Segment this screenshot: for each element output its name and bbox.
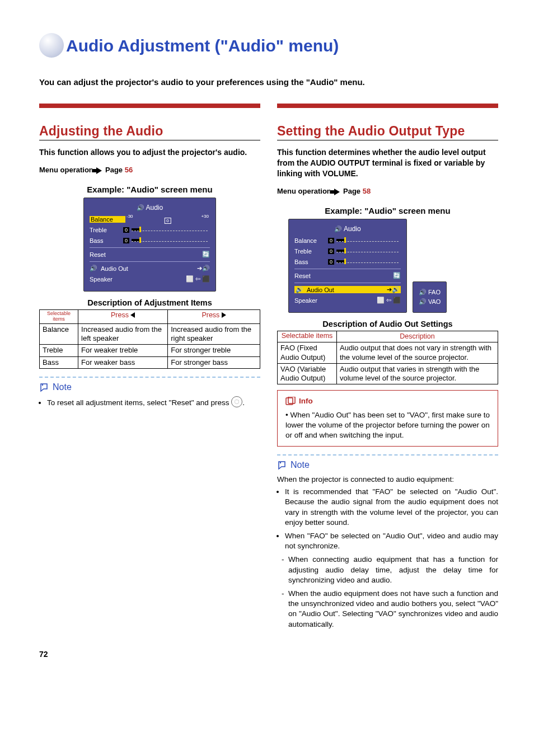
th-selectable: Selectable items bbox=[40, 309, 78, 323]
page-label: Page bbox=[343, 187, 360, 195]
reset-icon: 🔄 bbox=[393, 272, 401, 279]
th-description: Description bbox=[337, 331, 498, 342]
osd-popup: 🔊 FAO 🔊 VAO bbox=[413, 281, 447, 313]
osd-row-audioout: Audio Out bbox=[101, 265, 128, 272]
dashed-separator bbox=[277, 454, 498, 456]
page-link[interactable]: 56 bbox=[125, 166, 133, 174]
th-press-left: Press bbox=[78, 309, 168, 323]
note-subitem: When connecting audio equipment that has… bbox=[288, 555, 498, 585]
speaker-icon bbox=[334, 225, 342, 233]
page-number: 72 bbox=[39, 650, 498, 659]
osd-row-treble: Treble bbox=[294, 248, 328, 255]
arrow-icon: ➔🔊 bbox=[197, 265, 210, 272]
info-item: When "Audio Out" has been set to "VAO", … bbox=[285, 411, 490, 439]
triangle-right-icon bbox=[222, 312, 226, 318]
page-label: Page bbox=[105, 166, 123, 174]
table-row: Treble For weaker treble For stronger tr… bbox=[40, 345, 260, 356]
adjustment-table: Selectable items Press Press Balance Inc… bbox=[39, 309, 260, 369]
osd-row-bass: Bass bbox=[294, 259, 328, 265]
note-icon bbox=[39, 382, 50, 392]
osd-screenshot: Audio Balance-300+30 Treble0 Bass0 Reset… bbox=[83, 198, 216, 292]
page-title: Audio Adjustment ("Audio" menu) bbox=[39, 36, 498, 58]
left-column: Adjusting the Audio This function allows… bbox=[39, 104, 260, 633]
info-box: Info • When "Audio Out" has been set to … bbox=[277, 390, 498, 447]
section-description: This function determines whether the aud… bbox=[277, 147, 498, 179]
osd-row-speaker: Speaker bbox=[90, 276, 123, 283]
toggle-icon: ⬜ ⇦ ⬛ bbox=[377, 297, 401, 304]
audio-out-icon: 🔊 bbox=[296, 286, 303, 293]
example-label: Example: "Audio" screen menu bbox=[277, 206, 498, 215]
osd-row-audioout: Audio Out bbox=[307, 287, 334, 293]
popup-item-icon: 🔊 bbox=[419, 289, 427, 295]
svg-point-3 bbox=[280, 462, 281, 463]
page-title-text: Audio Adjustment ("Audio" menu) bbox=[66, 36, 339, 55]
table-row: VAO (Variable Audio Output) Audio output… bbox=[278, 363, 498, 384]
audio-out-icon: 🔊 bbox=[90, 265, 97, 272]
info-header: Info bbox=[285, 396, 492, 406]
osd-screenshot: Audio Balance0 Treble0 Bass0 Reset🔄 🔊Aud… bbox=[288, 219, 407, 313]
osd-row-speaker: Speaker bbox=[294, 297, 328, 304]
note-item: It is recommended that "FAO" be selected… bbox=[285, 487, 498, 528]
popup-fao: FAO bbox=[428, 289, 441, 295]
table-row: Bass For weaker bass For stronger bass bbox=[40, 356, 260, 368]
triangle-left-icon bbox=[130, 312, 135, 318]
note-header: Note bbox=[39, 381, 260, 393]
menu-operation-label: Menu operation bbox=[277, 187, 331, 195]
arrow-right-icon bbox=[334, 187, 340, 196]
page-link[interactable]: 58 bbox=[363, 187, 371, 195]
section-divider-bar bbox=[39, 104, 260, 108]
osd-row-balance: Balance bbox=[90, 216, 125, 223]
section-heading-adjusting: Adjusting the Audio bbox=[39, 124, 260, 140]
osd-row-bass: Bass bbox=[90, 237, 123, 244]
menu-operation-label: Menu operation bbox=[39, 166, 93, 174]
note-intro: When the projector is connected to audio… bbox=[277, 475, 498, 485]
section-heading-output-type: Setting the Audio Output Type bbox=[277, 124, 498, 140]
note-box: Note To reset all adjustment items, sele… bbox=[39, 381, 260, 408]
title-bullet-icon bbox=[39, 33, 64, 58]
section-divider-bar bbox=[277, 104, 498, 108]
example-label: Example: "Audio" screen menu bbox=[39, 185, 260, 194]
dashed-separator bbox=[39, 377, 260, 378]
popup-vao: VAO bbox=[428, 298, 441, 305]
speaker-icon bbox=[137, 204, 144, 212]
th-press-right: Press bbox=[168, 309, 260, 323]
svg-point-0 bbox=[42, 384, 43, 385]
osd-row-balance: Balance bbox=[294, 237, 328, 244]
right-column: Setting the Audio Output Type This funct… bbox=[277, 104, 498, 633]
osd-row-reset: Reset bbox=[294, 273, 328, 279]
section-description: This function allows you to adjust the p… bbox=[39, 147, 260, 158]
table-title: Description of Audio Out Settings bbox=[277, 320, 498, 328]
intro-text: You can adjust the projector's audio to … bbox=[39, 77, 498, 87]
note-box: Note When the projector is connected to … bbox=[277, 459, 498, 630]
table-row: FAO (Fixed Audio Output) Audio output th… bbox=[278, 342, 498, 364]
osd-title: Audio bbox=[146, 204, 163, 212]
note-subitem: When the audio equipment does not have s… bbox=[288, 589, 498, 630]
menu-operation-line: Menu operation Page 58 bbox=[277, 187, 498, 196]
info-icon bbox=[285, 397, 296, 406]
arrow-right-icon bbox=[96, 166, 102, 175]
osd-row-treble: Treble bbox=[90, 227, 123, 233]
popup-item-icon: 🔊 bbox=[419, 298, 427, 305]
enter-button-icon bbox=[231, 396, 242, 407]
note-item: To reset all adjustment items, select "R… bbox=[47, 396, 260, 408]
osd-row-reset: Reset bbox=[90, 251, 123, 258]
toggle-icon: ⬜ ⇦ ⬛ bbox=[186, 275, 210, 283]
table-row: Balance Increased audio from the left sp… bbox=[40, 323, 260, 345]
menu-operation-line: Menu operation Page 56 bbox=[39, 166, 260, 175]
note-header: Note bbox=[277, 459, 498, 471]
osd-title: Audio bbox=[344, 225, 361, 233]
th-selectable: Selectable items bbox=[278, 331, 337, 342]
reset-icon: 🔄 bbox=[202, 251, 210, 258]
note-item: When "FAO" be selected on "Audio Out", v… bbox=[285, 531, 498, 551]
table-title: Description of Adjustment Items bbox=[39, 298, 260, 307]
audio-out-table: Selectable items Description FAO (Fixed … bbox=[277, 331, 498, 385]
arrow-icon: ➔🔊 bbox=[387, 286, 400, 293]
note-icon bbox=[277, 460, 288, 470]
